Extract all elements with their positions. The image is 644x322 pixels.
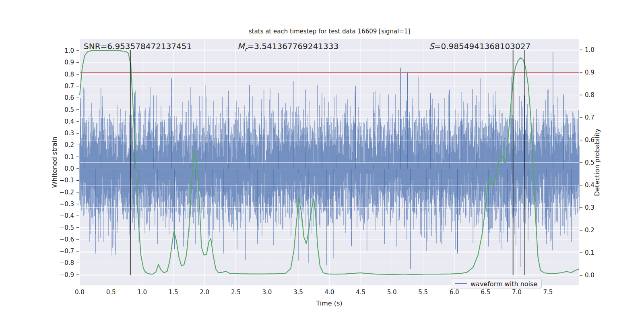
- annotation-snr-text: SNR=6.953578472137451: [84, 41, 192, 51]
- x-tick-label: 5.5: [418, 289, 428, 296]
- left-tick-label: 0.8: [64, 71, 74, 78]
- left-tick-label: −0.9: [60, 271, 74, 279]
- right-tick-label: 1.0: [585, 46, 594, 54]
- x-axis-label: Time (s): [269, 299, 390, 307]
- x-tick-label: 7.5: [543, 289, 553, 296]
- x-tick-label: 0.0: [75, 289, 85, 296]
- y-axis-label-right: Detection probability: [593, 102, 601, 223]
- left-tick-label: 0.2: [64, 141, 74, 149]
- annotation-s-score: S=0.9854941368103027: [429, 41, 530, 51]
- x-tick-label: 4.0: [325, 289, 334, 296]
- annotation-s-var: S: [429, 41, 434, 51]
- x-tick-label: 5.0: [387, 289, 397, 296]
- left-tick-label: 0.7: [64, 83, 74, 90]
- legend-label: waveform with noise: [471, 280, 537, 288]
- right-tick-label: 0.9: [585, 69, 594, 76]
- left-tick-label: 0.3: [64, 130, 74, 137]
- left-tick-label: −0.2: [60, 189, 74, 196]
- left-tick-label: −0.6: [60, 236, 74, 243]
- right-tick-label: 0.8: [585, 91, 594, 99]
- left-tick-label: −0.8: [60, 259, 74, 266]
- left-tick-label: −0.4: [60, 212, 74, 219]
- left-tick-label: 0.1: [64, 153, 74, 161]
- left-tick-label: −0.1: [60, 177, 74, 184]
- annotation-s-value: =0.9854941368103027: [434, 41, 530, 51]
- annotation-snr: SNR=6.953578472137451: [84, 41, 192, 51]
- left-tick-label: −0.5: [60, 224, 74, 231]
- left-tick-label: 0.9: [64, 59, 74, 66]
- left-tick-label: 0.4: [64, 118, 74, 125]
- annotation-mc-var: M: [237, 41, 244, 51]
- x-tick-label: 2.0: [200, 289, 209, 296]
- legend: waveform with noise: [451, 279, 542, 289]
- x-tick-label: 2.5: [231, 289, 241, 296]
- left-tick-label: 0.6: [64, 94, 74, 101]
- legend-line-swatch: [455, 283, 467, 284]
- x-tick-label: 3.0: [262, 289, 272, 296]
- left-tick-label: 0.5: [64, 106, 74, 114]
- x-tick-label: 6.0: [450, 289, 459, 296]
- right-tick-label: 0.2: [585, 227, 594, 234]
- left-tick-label: 0.0: [64, 165, 74, 172]
- right-tick-label: 0.0: [585, 272, 594, 279]
- x-tick-label: 1.0: [137, 289, 147, 296]
- left-tick-label: 1.0: [64, 47, 74, 54]
- x-tick-label: 7.0: [512, 289, 522, 296]
- x-tick-label: 1.5: [169, 289, 178, 296]
- annotation-mc-value: =3.541367769241333: [247, 41, 339, 51]
- right-tick-label: 0.1: [585, 249, 594, 256]
- y-axis-label-left: Whitened strain: [51, 102, 59, 223]
- left-tick-label: −0.7: [60, 248, 74, 255]
- chart-title: stats at each timestep for test data 166…: [80, 28, 579, 35]
- left-tick-label: −0.3: [60, 200, 74, 208]
- x-tick-label: 0.5: [106, 289, 116, 296]
- x-tick-label: 4.5: [356, 289, 365, 296]
- x-tick-label: 6.5: [481, 289, 490, 296]
- figure: 1.00.90.80.70.60.50.40.30.20.10.0−0.1−0.…: [0, 0, 644, 322]
- annotation-chirp-mass: Mc=3.541367769241333: [237, 41, 339, 52]
- x-tick-label: 3.5: [293, 289, 303, 296]
